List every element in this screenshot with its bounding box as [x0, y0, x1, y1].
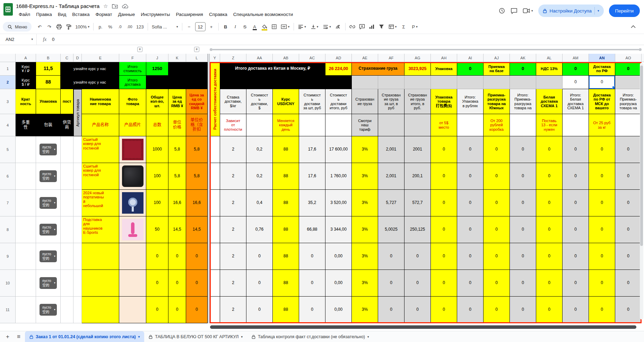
cell-AF3[interactable]: Страхован ие груза за шт, в руб	[378, 89, 404, 114]
table-views-button[interactable]: ▾	[387, 22, 399, 31]
cell-AM9[interactable]: 0	[563, 243, 589, 270]
cell-AO5[interactable]: 0	[615, 136, 642, 163]
cell-AC8[interactable]: 66,88	[299, 216, 325, 243]
cell-D8[interactable]	[73, 216, 82, 243]
column-header-AJ[interactable]: AJ	[484, 54, 510, 62]
all-sheets-button[interactable]: ≡	[14, 332, 24, 342]
row-header-5[interactable]: 5	[0, 136, 16, 163]
cell-K7[interactable]: 16,6	[168, 190, 186, 216]
cell-AF7[interactable]: 5,727	[378, 190, 404, 216]
cell-AM4[interactable]	[563, 114, 589, 136]
cell-AA4[interactable]	[246, 114, 273, 136]
cell-AI3[interactable]: Итого: Упаковка в рублях	[457, 89, 484, 114]
cell-J10[interactable]: 0	[146, 270, 168, 297]
cell-B5[interactable]: пусто 空的▾	[36, 136, 61, 163]
row-header-7[interactable]: 7	[0, 190, 16, 216]
cell-AI1[interactable]: 0	[457, 62, 484, 76]
cell-F11[interactable]	[119, 297, 146, 323]
cell-AE6[interactable]: 3%	[352, 163, 378, 190]
fill-color-button[interactable]	[260, 22, 269, 31]
cell-AC9[interactable]: 0	[299, 243, 325, 270]
cell-AL8[interactable]: 0	[536, 216, 563, 243]
cell-AJ7[interactable]: 0	[484, 190, 510, 216]
cell-AG4[interactable]	[404, 114, 431, 136]
cell-C11[interactable]	[61, 297, 73, 323]
cell-E9[interactable]	[82, 243, 119, 270]
cell-AE3[interactable]: Страхован ие груза	[352, 89, 378, 114]
zoom-dropdown[interactable]: 100%▾	[74, 22, 91, 31]
row-header-3[interactable]: 3	[0, 89, 16, 114]
cell-Y8[interactable]	[210, 216, 220, 243]
cell-J9[interactable]: 0	[146, 243, 168, 270]
cell-A8[interactable]	[16, 216, 36, 243]
comments-icon[interactable]	[511, 8, 517, 14]
cell-Z8[interactable]: 2	[220, 216, 246, 243]
cell-AE10[interactable]: 3%	[352, 270, 378, 297]
cell-J3[interactable]: Общее кол-во, шт.	[146, 89, 168, 114]
cell-D5[interactable]	[73, 136, 82, 163]
column-header-D[interactable]: D	[73, 54, 82, 62]
column-header-B[interactable]: B	[36, 54, 61, 62]
cell-AL4[interactable]: Поставь 13 - если нужен	[536, 114, 563, 136]
cell-J7[interactable]: 100	[146, 190, 168, 216]
cell-AK11[interactable]: 0	[510, 297, 536, 323]
cell-B8[interactable]: пусто 空的▾	[36, 216, 61, 243]
menu-item-10[interactable]: Специальные возможности	[230, 11, 296, 18]
cell-AA6[interactable]: 0,2	[246, 163, 273, 190]
italic-button[interactable]: I	[231, 22, 240, 31]
cell-F10[interactable]	[119, 270, 146, 297]
cell-F2[interactable]: Итого доставка	[119, 76, 146, 89]
row-header-8[interactable]: 8	[0, 216, 16, 243]
cell-AE9[interactable]: 3%	[352, 243, 378, 270]
print-button[interactable]	[54, 22, 63, 31]
cell-AJ3[interactable]: Приемка- разгрузка товара на Южных	[484, 89, 510, 114]
cell-B1[interactable]: 11,5	[36, 62, 61, 76]
cell-Z4[interactable]: Зависит от плотности	[220, 114, 246, 136]
cell-AC5[interactable]: 17,6	[299, 136, 325, 163]
cell-A9[interactable]	[16, 243, 36, 270]
cell-AD1[interactable]: 26 224,00	[325, 62, 352, 76]
cell-A7[interactable]	[16, 190, 36, 216]
column-header-AM[interactable]: AM	[563, 54, 589, 62]
cell-AC6[interactable]: 17,6	[299, 163, 325, 190]
cell-F1[interactable]: Итого стоимость	[119, 62, 146, 76]
cell-AD7[interactable]: 3 520,00	[325, 190, 352, 216]
menus-search-button[interactable]: Меню	[3, 22, 32, 32]
font-size-input[interactable]: 12	[195, 22, 206, 31]
cell-AO4[interactable]	[615, 114, 642, 136]
cell-AH10[interactable]: 0	[431, 270, 457, 297]
cell-AB7[interactable]: 88	[273, 190, 299, 216]
cell-AM7[interactable]: 0	[563, 190, 589, 216]
cell-AM5[interactable]: 0	[563, 136, 589, 163]
cell-AC7[interactable]: 35,2	[299, 190, 325, 216]
cell-AG2[interactable]	[404, 76, 431, 89]
borders-button[interactable]	[270, 22, 279, 31]
cell-F4[interactable]: 产品照片	[119, 114, 146, 136]
cell-A11[interactable]	[16, 297, 36, 323]
cell-AI6[interactable]: 0	[457, 163, 484, 190]
cell-AM8[interactable]: 0	[563, 216, 589, 243]
cell-K3[interactable]: Цена за ед RMB ¥	[168, 89, 186, 114]
cell-AM3[interactable]: Итого: Белая доставка СХЕМА 1	[563, 89, 589, 114]
cell-AE7[interactable]: 3%	[352, 190, 378, 216]
column-header-AC[interactable]: AC	[299, 54, 325, 62]
cell-AF5[interactable]: 2,001	[378, 136, 404, 163]
meet-caret-icon[interactable]: ▾	[531, 9, 533, 12]
cell-AK4[interactable]	[510, 114, 536, 136]
column-header-AE[interactable]: AE	[352, 54, 378, 62]
number-format-button[interactable]: 123	[135, 22, 145, 31]
menu-item-2[interactable]: Правка	[33, 11, 55, 18]
meet-icon[interactable]: ▾	[523, 8, 533, 14]
sheet-tab-2[interactable]: ТАБЛИЦА В БЕЛУЮ ОТ 500 КГ АРТИКУЛ▾	[144, 331, 247, 342]
cell-AH2[interactable]	[431, 76, 457, 89]
bold-button[interactable]: B	[221, 22, 230, 31]
cell-J4[interactable]: 总数	[146, 114, 168, 136]
dropdown-chip[interactable]: пусто 空的▾	[40, 224, 56, 236]
cell-AJ4[interactable]: От 200 рублей коробка	[484, 114, 510, 136]
cell-AK2[interactable]	[510, 76, 536, 89]
cell-AD10[interactable]: 0,00	[325, 270, 352, 297]
cell-C3[interactable]: пост	[61, 89, 73, 114]
cell-C9[interactable]	[61, 243, 73, 270]
cell-J5[interactable]: 1000	[146, 136, 168, 163]
vertical-scrollbar[interactable]	[640, 66, 643, 246]
